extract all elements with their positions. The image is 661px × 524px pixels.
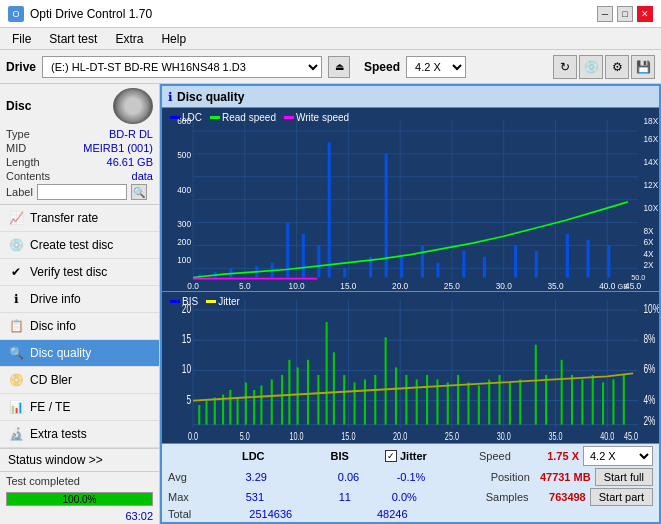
- ldc-legend-dot: [170, 116, 180, 119]
- svg-text:100: 100: [177, 254, 191, 264]
- svg-rect-63: [566, 234, 569, 278]
- svg-rect-136: [545, 375, 547, 425]
- sidebar-item-extra-tests[interactable]: 🔬 Extra tests: [0, 421, 159, 448]
- contents-value: data: [132, 170, 153, 182]
- status-completed-text: Test completed: [0, 472, 159, 490]
- svg-text:45.0: 45.0: [624, 431, 638, 443]
- mid-value: MEIRB1 (001): [83, 142, 153, 154]
- main-layout: Disc Type BD-R DL MID MEIRB1 (001) Lengt…: [0, 84, 661, 524]
- bis-max: 11: [339, 491, 351, 503]
- svg-rect-116: [333, 353, 335, 425]
- svg-rect-100: [198, 405, 200, 425]
- svg-text:15.0: 15.0: [340, 281, 356, 291]
- svg-rect-120: [374, 375, 376, 425]
- extra-tests-label: Extra tests: [30, 427, 87, 441]
- svg-rect-52: [328, 142, 331, 277]
- svg-rect-60: [483, 257, 486, 278]
- stats-footer: LDC BIS ✓ Jitter Speed 1.75 X: [162, 443, 659, 522]
- drive-bar: Drive (E:) HL-DT-ST BD-RE WH16NS48 1.D3 …: [0, 50, 661, 84]
- speed-select-top[interactable]: 4.2 X 8 X 16 X: [406, 56, 466, 78]
- jitter-checkbox[interactable]: ✓: [385, 450, 397, 462]
- sidebar-item-drive-info[interactable]: ℹ Drive info: [0, 286, 159, 313]
- svg-rect-143: [623, 375, 625, 425]
- ldc-total: 2514636: [249, 508, 292, 520]
- jitter-legend-label: Jitter: [218, 296, 240, 307]
- drive-select[interactable]: (E:) HL-DT-ST BD-RE WH16NS48 1.D3: [42, 56, 322, 78]
- svg-rect-58: [436, 263, 439, 278]
- label-input[interactable]: [37, 184, 127, 200]
- speed-select-bottom[interactable]: 4.2 X: [583, 446, 653, 466]
- svg-rect-61: [514, 245, 517, 277]
- menu-help[interactable]: Help: [153, 30, 194, 48]
- disc-info-icon: 📋: [8, 318, 24, 334]
- svg-text:2X: 2X: [643, 260, 653, 270]
- charts-area: LDC Read speed Write speed: [162, 108, 659, 443]
- read-legend-label: Read speed: [222, 112, 276, 123]
- settings-button[interactable]: ⚙: [605, 55, 629, 79]
- svg-rect-138: [571, 375, 573, 425]
- minimize-button[interactable]: ─: [597, 6, 613, 22]
- svg-rect-110: [281, 375, 283, 425]
- ldc-header: LDC: [242, 450, 265, 462]
- start-full-button[interactable]: Start full: [595, 468, 653, 486]
- menu-file[interactable]: File: [4, 30, 39, 48]
- disc-quality-panel: ℹ Disc quality LDC Read speed: [160, 84, 661, 524]
- menu-start-test[interactable]: Start test: [41, 30, 105, 48]
- refresh-button[interactable]: ↻: [553, 55, 577, 79]
- label-search-button[interactable]: 🔍: [131, 184, 147, 200]
- write-legend-dot: [284, 116, 294, 119]
- svg-text:4X: 4X: [643, 248, 653, 258]
- svg-text:0.0: 0.0: [188, 431, 198, 443]
- svg-text:4%: 4%: [643, 393, 655, 406]
- svg-rect-115: [326, 322, 328, 425]
- close-button[interactable]: ✕: [637, 6, 653, 22]
- svg-rect-57: [421, 245, 424, 277]
- svg-rect-125: [426, 375, 428, 425]
- status-window-label: Status window >>: [8, 453, 103, 467]
- sidebar-item-disc-quality[interactable]: 🔍 Disc quality: [0, 340, 159, 367]
- start-part-button[interactable]: Start part: [590, 488, 653, 506]
- disc-quality-label: Disc quality: [30, 346, 91, 360]
- sidebar-item-cd-bler[interactable]: 📀 CD Bler: [0, 367, 159, 394]
- sidebar-item-create-test-disc[interactable]: 💿 Create test disc: [0, 232, 159, 259]
- svg-rect-131: [488, 380, 490, 425]
- label-label: Label: [6, 186, 33, 198]
- sidebar-item-disc-info[interactable]: 📋 Disc info: [0, 313, 159, 340]
- sidebar-item-verify-test-disc[interactable]: ✔ Verify test disc: [0, 259, 159, 286]
- jitter-header: Jitter: [400, 450, 427, 462]
- svg-rect-119: [364, 380, 366, 425]
- app-title: Opti Drive Control 1.70: [30, 7, 152, 21]
- menu-extra[interactable]: Extra: [107, 30, 151, 48]
- svg-rect-102: [214, 398, 216, 425]
- verify-test-disc-icon: ✔: [8, 264, 24, 280]
- eject-button[interactable]: ⏏: [328, 56, 350, 78]
- samples-key: Samples: [486, 491, 529, 503]
- sidebar-item-fe-te[interactable]: 📊 FE / TE: [0, 394, 159, 421]
- svg-rect-104: [229, 390, 231, 425]
- svg-rect-140: [592, 375, 594, 425]
- svg-text:16X: 16X: [643, 134, 658, 144]
- create-test-disc-icon: 💿: [8, 237, 24, 253]
- svg-rect-142: [612, 380, 614, 425]
- svg-text:300: 300: [177, 219, 191, 229]
- status-area: Status window >> Test completed 100.0% 6…: [0, 448, 159, 524]
- svg-text:6X: 6X: [643, 237, 653, 247]
- maximize-button[interactable]: □: [617, 6, 633, 22]
- svg-rect-109: [271, 380, 273, 425]
- svg-text:35.0: 35.0: [548, 431, 562, 443]
- save-button[interactable]: 💾: [631, 55, 655, 79]
- svg-rect-50: [302, 234, 305, 278]
- fe-te-icon: 📊: [8, 399, 24, 415]
- chart-bis: BIS Jitter: [162, 292, 659, 443]
- status-window-button[interactable]: Status window >>: [0, 449, 159, 472]
- ldc-legend-label: LDC: [182, 112, 202, 123]
- position-val: 47731 MB: [540, 471, 591, 483]
- disc-quality-icon: 🔍: [8, 345, 24, 361]
- sidebar-item-transfer-rate[interactable]: 📈 Transfer rate: [0, 205, 159, 232]
- disc-button[interactable]: 💿: [579, 55, 603, 79]
- write-legend-label: Write speed: [296, 112, 349, 123]
- samples-val: 763498: [549, 491, 586, 503]
- ldc-avg: 3.29: [245, 471, 266, 483]
- svg-rect-105: [237, 398, 239, 425]
- chart-bis-svg: 20 15 10 5 10% 8% 6% 4% 2% 0.0 5.0 10.0: [162, 292, 659, 443]
